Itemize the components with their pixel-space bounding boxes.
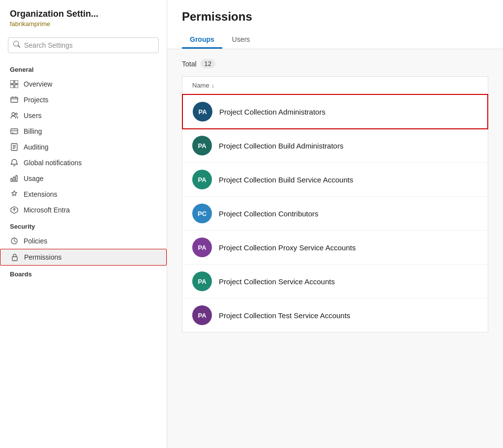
- sidebar-item-permissions[interactable]: Permissions: [0, 249, 167, 266]
- group-name: Project Collection Service Accounts: [219, 277, 335, 286]
- svg-rect-14: [12, 257, 17, 261]
- svg-rect-9: [11, 179, 12, 181]
- entra-icon: [10, 206, 19, 214]
- global-notifications-label: Global notifications: [24, 159, 82, 167]
- avatar: PA: [192, 271, 212, 291]
- auditing-label: Auditing: [24, 143, 49, 151]
- table-header: Name ↓: [182, 76, 488, 94]
- svg-rect-0: [10, 80, 14, 84]
- tab-groups[interactable]: Groups: [182, 31, 222, 49]
- table-row[interactable]: PC Project Collection Contributors: [182, 197, 488, 231]
- page-title: Permissions: [182, 10, 488, 24]
- sidebar-header: Organization Settin... fabrikamprime: [0, 0, 167, 32]
- tab-bar: Groups Users: [182, 31, 488, 49]
- group-list: PA Project Collection Administrators PA …: [182, 94, 488, 332]
- sidebar-item-usage[interactable]: Usage: [0, 171, 167, 186]
- search-icon: [13, 41, 20, 50]
- search-box[interactable]: Search Settings: [8, 37, 159, 53]
- section-boards: Boards: [0, 266, 167, 281]
- table-row[interactable]: PA Project Collection Build Service Acco…: [182, 163, 488, 197]
- sidebar-item-projects[interactable]: Projects: [0, 92, 167, 108]
- tab-users[interactable]: Users: [224, 31, 258, 49]
- avatar: PA: [192, 305, 212, 325]
- name-column-label: Name: [192, 82, 209, 89]
- total-badge: 12: [201, 59, 215, 68]
- extensions-icon: [10, 190, 19, 199]
- policies-label: Policies: [24, 237, 47, 245]
- table-row[interactable]: PA Project Collection Proxy Service Acco…: [182, 231, 488, 265]
- sidebar-item-policies[interactable]: Policies: [0, 233, 167, 249]
- extensions-label: Extensions: [24, 190, 57, 198]
- sidebar-item-users[interactable]: Users: [0, 108, 167, 123]
- svg-point-6: [15, 113, 17, 115]
- group-name: Project Collection Administrators: [219, 108, 325, 116]
- main-content-area: Permissions Groups Users Total 12 Name ↓…: [167, 0, 503, 448]
- notifications-icon: [10, 158, 19, 167]
- table-row[interactable]: PA Project Collection Service Accounts: [182, 265, 488, 299]
- billing-icon: [10, 127, 19, 136]
- org-title: Organization Settin...: [10, 9, 157, 19]
- billing-label: Billing: [24, 127, 42, 135]
- avatar: PC: [192, 204, 212, 223]
- sidebar-item-extensions[interactable]: Extensions: [0, 186, 167, 202]
- sort-icon: ↓: [211, 82, 214, 89]
- section-security: Security: [0, 218, 167, 233]
- avatar: PA: [192, 170, 212, 189]
- overview-label: Overview: [24, 80, 52, 88]
- sidebar-item-billing[interactable]: Billing: [0, 123, 167, 139]
- users-icon: [10, 111, 19, 120]
- total-label: Total: [182, 60, 197, 68]
- permissions-icon: [10, 253, 19, 262]
- section-general: General: [0, 61, 167, 76]
- microsoft-entra-label: Microsoft Entra: [24, 206, 70, 214]
- svg-rect-10: [13, 177, 15, 181]
- avatar: PA: [192, 238, 212, 257]
- sidebar-item-microsoft-entra[interactable]: Microsoft Entra: [0, 202, 167, 218]
- users-label: Users: [24, 112, 42, 119]
- group-name: Project Collection Test Service Accounts: [219, 311, 350, 320]
- group-name: Project Collection Contributors: [219, 209, 319, 218]
- svg-rect-3: [15, 85, 18, 88]
- projects-label: Projects: [24, 96, 49, 104]
- svg-rect-1: [15, 80, 18, 84]
- permissions-label: Permissions: [24, 253, 61, 261]
- svg-rect-11: [16, 176, 17, 181]
- usage-label: Usage: [24, 175, 43, 182]
- svg-point-5: [12, 113, 15, 116]
- overview-icon: [10, 80, 19, 89]
- group-name: Project Collection Proxy Service Account…: [219, 243, 355, 252]
- sidebar-item-global-notifications[interactable]: Global notifications: [0, 155, 167, 171]
- avatar: PA: [192, 136, 212, 155]
- group-name: Project Collection Build Administrators: [219, 142, 343, 150]
- main-header: Permissions Groups Users: [167, 0, 503, 49]
- usage-icon: [10, 174, 19, 183]
- sidebar: Organization Settin... fabrikamprime Sea…: [0, 0, 167, 448]
- org-subtitle: fabrikamprime: [10, 20, 157, 28]
- table-row[interactable]: PA Project Collection Build Administrato…: [182, 129, 488, 163]
- search-placeholder: Search Settings: [24, 41, 73, 49]
- table-row[interactable]: PA Project Collection Test Service Accou…: [182, 299, 488, 332]
- group-name: Project Collection Build Service Account…: [219, 176, 353, 184]
- sidebar-item-overview[interactable]: Overview: [0, 76, 167, 92]
- projects-icon: [10, 95, 19, 104]
- auditing-icon: [10, 143, 19, 151]
- total-row: Total 12: [182, 59, 488, 68]
- groups-content: Total 12 Name ↓ PA Project Collection Ad…: [167, 49, 503, 448]
- policies-icon: [10, 237, 19, 245]
- table-row[interactable]: PA Project Collection Administrators: [182, 94, 488, 129]
- svg-rect-2: [10, 85, 14, 88]
- svg-rect-7: [11, 129, 18, 134]
- sidebar-item-auditing[interactable]: Auditing: [0, 139, 167, 155]
- svg-rect-4: [11, 97, 18, 102]
- avatar: PA: [193, 102, 212, 121]
